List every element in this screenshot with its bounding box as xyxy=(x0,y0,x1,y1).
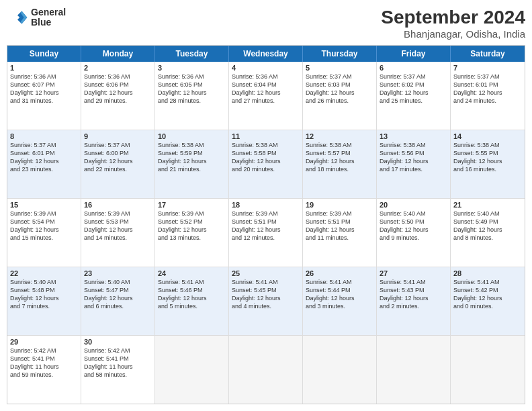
day-cell-23: 23Sunrise: 5:40 AM Sunset: 5:47 PM Dayli… xyxy=(81,267,155,335)
day-cell-18: 18Sunrise: 5:39 AM Sunset: 5:51 PM Dayli… xyxy=(229,199,303,267)
day-cell-2: 2Sunrise: 5:36 AM Sunset: 6:06 PM Daylig… xyxy=(81,62,155,130)
empty-cell xyxy=(229,336,303,404)
day-number: 5 xyxy=(306,64,373,72)
calendar: SundayMondayTuesdayWednesdayThursdayFrid… xyxy=(7,45,525,404)
header: General Blue September 2024 Bhanjanagar,… xyxy=(7,7,525,40)
day-info: Sunrise: 5:41 AM Sunset: 5:45 PM Dayligh… xyxy=(232,278,300,311)
day-info: Sunrise: 5:37 AM Sunset: 6:02 PM Dayligh… xyxy=(380,73,447,105)
day-cell-9: 9Sunrise: 5:37 AM Sunset: 6:00 PM Daylig… xyxy=(81,130,155,198)
day-number: 4 xyxy=(232,64,300,72)
day-cell-21: 21Sunrise: 5:40 AM Sunset: 5:49 PM Dayli… xyxy=(451,199,525,267)
day-number: 20 xyxy=(380,201,447,209)
day-info: Sunrise: 5:41 AM Sunset: 5:42 PM Dayligh… xyxy=(453,278,522,311)
day-info: Sunrise: 5:41 AM Sunset: 5:43 PM Dayligh… xyxy=(380,278,447,311)
day-cell-11: 11Sunrise: 5:38 AM Sunset: 5:58 PM Dayli… xyxy=(229,130,303,198)
day-number: 27 xyxy=(380,269,447,277)
day-info: Sunrise: 5:36 AM Sunset: 6:05 PM Dayligh… xyxy=(158,73,226,105)
day-number: 19 xyxy=(306,201,373,209)
day-cell-10: 10Sunrise: 5:38 AM Sunset: 5:59 PM Dayli… xyxy=(155,130,229,198)
header-day-saturday: Saturday xyxy=(451,46,525,62)
header-day-monday: Monday xyxy=(81,46,155,62)
day-number: 11 xyxy=(232,132,300,140)
day-cell-29: 29Sunrise: 5:42 AM Sunset: 5:41 PM Dayli… xyxy=(7,336,81,404)
day-info: Sunrise: 5:37 AM Sunset: 6:01 PM Dayligh… xyxy=(453,73,522,105)
logo-icon xyxy=(7,7,28,28)
day-cell-8: 8Sunrise: 5:37 AM Sunset: 6:01 PM Daylig… xyxy=(7,130,81,198)
day-cell-14: 14Sunrise: 5:38 AM Sunset: 5:55 PM Dayli… xyxy=(451,130,525,198)
day-cell-5: 5Sunrise: 5:37 AM Sunset: 6:03 PM Daylig… xyxy=(303,62,377,130)
day-cell-16: 16Sunrise: 5:39 AM Sunset: 5:53 PM Dayli… xyxy=(81,199,155,267)
day-number: 12 xyxy=(306,132,373,140)
empty-cell xyxy=(451,336,525,404)
day-info: Sunrise: 5:38 AM Sunset: 5:55 PM Dayligh… xyxy=(453,141,522,174)
day-info: Sunrise: 5:40 AM Sunset: 5:47 PM Dayligh… xyxy=(84,278,152,311)
day-number: 30 xyxy=(84,338,152,346)
header-day-sunday: Sunday xyxy=(7,46,81,62)
day-number: 8 xyxy=(10,132,78,140)
day-cell-1: 1Sunrise: 5:36 AM Sunset: 6:07 PM Daylig… xyxy=(7,62,81,130)
day-cell-19: 19Sunrise: 5:39 AM Sunset: 5:51 PM Dayli… xyxy=(303,199,377,267)
calendar-row-3: 22Sunrise: 5:40 AM Sunset: 5:48 PM Dayli… xyxy=(7,267,525,336)
day-number: 10 xyxy=(158,132,226,140)
day-info: Sunrise: 5:40 AM Sunset: 5:48 PM Dayligh… xyxy=(10,278,78,311)
empty-cell xyxy=(155,336,229,404)
day-number: 29 xyxy=(10,338,78,346)
day-number: 26 xyxy=(306,269,373,277)
day-cell-25: 25Sunrise: 5:41 AM Sunset: 5:45 PM Dayli… xyxy=(229,267,303,335)
day-info: Sunrise: 5:39 AM Sunset: 5:54 PM Dayligh… xyxy=(10,210,78,242)
day-number: 17 xyxy=(158,201,226,209)
day-number: 6 xyxy=(380,64,447,72)
logo: General Blue xyxy=(7,7,66,28)
day-number: 22 xyxy=(10,269,78,277)
day-info: Sunrise: 5:36 AM Sunset: 6:04 PM Dayligh… xyxy=(232,73,300,105)
day-info: Sunrise: 5:38 AM Sunset: 5:59 PM Dayligh… xyxy=(158,141,226,174)
day-info: Sunrise: 5:38 AM Sunset: 5:57 PM Dayligh… xyxy=(306,141,373,174)
day-info: Sunrise: 5:37 AM Sunset: 6:01 PM Dayligh… xyxy=(10,141,78,174)
calendar-row-2: 15Sunrise: 5:39 AM Sunset: 5:54 PM Dayli… xyxy=(7,199,525,267)
day-number: 23 xyxy=(84,269,152,277)
day-cell-15: 15Sunrise: 5:39 AM Sunset: 5:54 PM Dayli… xyxy=(7,199,81,267)
day-cell-7: 7Sunrise: 5:37 AM Sunset: 6:01 PM Daylig… xyxy=(451,62,525,130)
day-cell-27: 27Sunrise: 5:41 AM Sunset: 5:43 PM Dayli… xyxy=(377,267,451,335)
day-cell-3: 3Sunrise: 5:36 AM Sunset: 6:05 PM Daylig… xyxy=(155,62,229,130)
day-number: 7 xyxy=(453,64,522,72)
day-cell-22: 22Sunrise: 5:40 AM Sunset: 5:48 PM Dayli… xyxy=(7,267,81,335)
calendar-row-1: 8Sunrise: 5:37 AM Sunset: 6:01 PM Daylig… xyxy=(7,130,525,199)
day-info: Sunrise: 5:36 AM Sunset: 6:06 PM Dayligh… xyxy=(84,73,152,105)
day-number: 18 xyxy=(232,201,300,209)
month-title: September 2024 xyxy=(381,7,525,28)
empty-cell xyxy=(377,336,451,404)
day-cell-28: 28Sunrise: 5:41 AM Sunset: 5:42 PM Dayli… xyxy=(451,267,525,335)
empty-cell xyxy=(303,336,377,404)
header-day-tuesday: Tuesday xyxy=(155,46,229,62)
day-info: Sunrise: 5:38 AM Sunset: 5:56 PM Dayligh… xyxy=(380,141,447,174)
calendar-row-4: 29Sunrise: 5:42 AM Sunset: 5:41 PM Dayli… xyxy=(7,336,525,404)
day-cell-30: 30Sunrise: 5:42 AM Sunset: 5:41 PM Dayli… xyxy=(81,336,155,404)
day-cell-13: 13Sunrise: 5:38 AM Sunset: 5:56 PM Dayli… xyxy=(377,130,451,198)
day-number: 2 xyxy=(84,64,152,72)
day-info: Sunrise: 5:36 AM Sunset: 6:07 PM Dayligh… xyxy=(10,73,78,105)
day-cell-24: 24Sunrise: 5:41 AM Sunset: 5:46 PM Dayli… xyxy=(155,267,229,335)
day-info: Sunrise: 5:37 AM Sunset: 6:03 PM Dayligh… xyxy=(306,73,373,105)
calendar-body: 1Sunrise: 5:36 AM Sunset: 6:07 PM Daylig… xyxy=(7,62,525,404)
title-block: September 2024 Bhanjanagar, Odisha, Indi… xyxy=(381,7,525,40)
day-info: Sunrise: 5:41 AM Sunset: 5:46 PM Dayligh… xyxy=(158,278,226,311)
day-info: Sunrise: 5:37 AM Sunset: 6:00 PM Dayligh… xyxy=(84,141,152,174)
day-cell-20: 20Sunrise: 5:40 AM Sunset: 5:50 PM Dayli… xyxy=(377,199,451,267)
day-number: 16 xyxy=(84,201,152,209)
day-number: 13 xyxy=(380,132,447,140)
day-info: Sunrise: 5:40 AM Sunset: 5:50 PM Dayligh… xyxy=(380,210,447,242)
header-day-wednesday: Wednesday xyxy=(229,46,303,62)
day-cell-12: 12Sunrise: 5:38 AM Sunset: 5:57 PM Dayli… xyxy=(303,130,377,198)
day-info: Sunrise: 5:42 AM Sunset: 5:41 PM Dayligh… xyxy=(10,347,78,379)
day-number: 9 xyxy=(84,132,152,140)
day-number: 25 xyxy=(232,269,300,277)
day-info: Sunrise: 5:39 AM Sunset: 5:51 PM Dayligh… xyxy=(306,210,373,242)
day-info: Sunrise: 5:42 AM Sunset: 5:41 PM Dayligh… xyxy=(84,347,152,379)
day-number: 14 xyxy=(453,132,522,140)
day-info: Sunrise: 5:41 AM Sunset: 5:44 PM Dayligh… xyxy=(306,278,373,311)
day-cell-26: 26Sunrise: 5:41 AM Sunset: 5:44 PM Dayli… xyxy=(303,267,377,335)
day-number: 21 xyxy=(453,201,522,209)
day-cell-6: 6Sunrise: 5:37 AM Sunset: 6:02 PM Daylig… xyxy=(377,62,451,130)
day-number: 28 xyxy=(453,269,522,277)
